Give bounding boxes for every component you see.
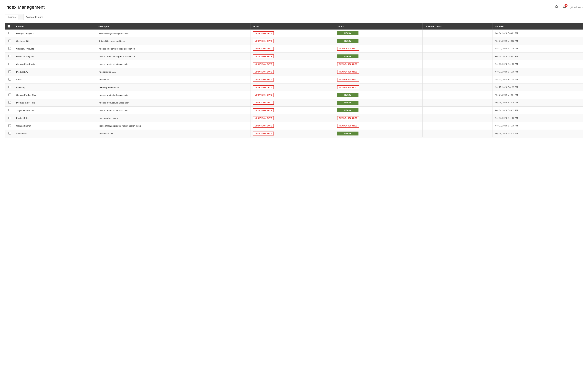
mode-button[interactable]: UPDATE ON SAVE: [253, 47, 274, 51]
select-all-chevron-icon: ▾: [11, 25, 11, 27]
row-checkbox[interactable]: [8, 132, 11, 134]
status-badge: READY: [337, 93, 358, 97]
cell-status: READY: [335, 37, 422, 45]
cell-status: READY: [335, 107, 422, 114]
cell-indexer: Inventory: [14, 83, 96, 91]
cell-updated: Aug 14, 2020, 5:48:03 AM: [493, 53, 583, 60]
cell-description: Indexed rule/product association: [96, 107, 251, 114]
cell-description: Index sales rule: [96, 130, 251, 137]
cell-status: READY: [335, 91, 422, 99]
cell-status: READY: [335, 30, 422, 37]
table-header-row: ▾ Indexer Description Mode Status Schedu…: [5, 23, 583, 30]
cell-schedule-status: [423, 107, 493, 114]
status-badge: READY: [337, 132, 358, 135]
cell-description: Rebuild Customer grid index: [96, 37, 251, 45]
mode-button[interactable]: UPDATE ON SAVE: [253, 108, 274, 112]
col-updated: Updated: [493, 23, 583, 30]
cell-updated: Nov 27, 2023, 8:41:35 AM: [493, 122, 583, 130]
mode-button[interactable]: UPDATE ON SAVE: [253, 31, 274, 35]
row-checkbox[interactable]: [8, 63, 11, 65]
cell-updated: Nov 27, 2023, 8:41:35 AM: [493, 76, 583, 83]
cell-indexer: Sales Rule: [14, 130, 96, 137]
row-checkbox[interactable]: [8, 101, 11, 104]
page-header: Index Management 39 admi: [5, 4, 583, 10]
cell-mode: UPDATE ON SAVE: [251, 130, 335, 137]
status-badge: REINDEX REQUIRED: [337, 70, 359, 74]
actions-label: Actions: [5, 14, 18, 20]
cell-mode: UPDATE ON SAVE: [251, 68, 335, 76]
cell-schedule-status: [423, 99, 493, 107]
select-all-checkbox[interactable]: [8, 25, 10, 28]
row-checkbox-cell: [5, 130, 14, 137]
row-checkbox[interactable]: [8, 93, 11, 96]
table-row: Catalog Product RuleIndexed product/rule…: [5, 91, 583, 99]
row-checkbox-cell: [5, 99, 14, 107]
cell-description: Rebuild Catalog product fulltext search …: [96, 122, 251, 130]
cell-updated: Aug 14, 2020, 5:48:01 AM: [493, 30, 583, 37]
table-row: Target Rule/ProductIndexed rule/product …: [5, 107, 583, 114]
mode-button[interactable]: UPDATE ON SAVE: [253, 39, 274, 43]
status-badge: REINDEX REQUIRED: [337, 85, 359, 89]
cell-schedule-status: [423, 114, 493, 122]
row-checkbox-cell: [5, 53, 14, 60]
notification-badge: 39: [565, 4, 567, 7]
mode-button[interactable]: UPDATE ON SAVE: [253, 85, 274, 89]
status-badge: REINDEX REQUIRED: [337, 47, 359, 51]
table-row: Design Config GridRebuild design config …: [5, 30, 583, 37]
row-checkbox[interactable]: [8, 55, 11, 57]
cell-updated: Aug 14, 2020, 5:48:12 AM: [493, 107, 583, 114]
mode-button[interactable]: UPDATE ON SAVE: [253, 116, 274, 120]
row-checkbox[interactable]: [8, 86, 11, 88]
cell-indexer: Stock: [14, 76, 96, 83]
mode-button[interactable]: UPDATE ON SAVE: [253, 62, 274, 66]
cell-schedule-status: [423, 91, 493, 99]
mode-button[interactable]: UPDATE ON SAVE: [253, 132, 274, 135]
cell-schedule-status: [423, 45, 493, 53]
row-checkbox[interactable]: [8, 32, 11, 34]
mode-button[interactable]: UPDATE ON SAVE: [253, 70, 274, 74]
table-row: Product CategoriesIndexed product/catego…: [5, 53, 583, 60]
row-checkbox-cell: [5, 68, 14, 76]
cell-status: REINDEX REQUIRED: [335, 60, 422, 68]
row-checkbox[interactable]: [8, 40, 11, 42]
mode-button[interactable]: UPDATE ON SAVE: [253, 78, 274, 82]
cell-schedule-status: [423, 30, 493, 37]
row-checkbox[interactable]: [8, 47, 11, 50]
cell-updated: Aug 14, 2020, 5:48:07 AM: [493, 91, 583, 99]
row-checkbox[interactable]: [8, 109, 11, 111]
row-checkbox[interactable]: [8, 124, 11, 127]
mode-button[interactable]: UPDATE ON SAVE: [253, 93, 274, 97]
cell-updated: Nov 27, 2023, 8:41:35 AM: [493, 83, 583, 91]
notification-button[interactable]: 39: [562, 4, 567, 10]
page-title: Index Management: [5, 5, 45, 10]
search-button[interactable]: [554, 4, 559, 10]
row-checkbox[interactable]: [8, 117, 11, 119]
cell-indexer: Customer Grid: [14, 37, 96, 45]
cell-indexer: Catalog Product Rule: [14, 91, 96, 99]
cell-indexer: Catalog Rule Product: [14, 60, 96, 68]
select-all-column: ▾: [5, 23, 14, 30]
cell-status: REINDEX REQUIRED: [335, 68, 422, 76]
row-checkbox[interactable]: [8, 78, 11, 81]
cell-indexer: Product EAV: [14, 68, 96, 76]
mode-button[interactable]: UPDATE ON SAVE: [253, 54, 274, 58]
table-row: Sales RuleIndex sales ruleUPDATE ON SAVE…: [5, 130, 583, 137]
cell-status: REINDEX REQUIRED: [335, 76, 422, 83]
mode-button[interactable]: UPDATE ON SAVE: [253, 101, 274, 105]
cell-description: Rebuild design config grid index: [96, 30, 251, 37]
page-wrapper: Index Management 39 admi: [0, 0, 588, 372]
row-checkbox-cell: [5, 30, 14, 37]
mode-button[interactable]: UPDATE ON SAVE: [253, 124, 274, 128]
cell-mode: UPDATE ON SAVE: [251, 76, 335, 83]
row-checkbox-cell: [5, 83, 14, 91]
cell-schedule-status: [423, 68, 493, 76]
row-checkbox[interactable]: [8, 70, 11, 73]
svg-point-2: [571, 6, 572, 7]
actions-dropdown[interactable]: Actions ▾: [5, 14, 23, 20]
cell-description: Indexed product/rule association: [96, 99, 251, 107]
cell-mode: UPDATE ON SAVE: [251, 114, 335, 122]
user-menu[interactable]: admin ▾: [570, 6, 583, 9]
col-description: Description: [96, 23, 251, 30]
cell-description: Index product EAV: [96, 68, 251, 76]
status-badge: REINDEX REQUIRED: [337, 116, 359, 120]
